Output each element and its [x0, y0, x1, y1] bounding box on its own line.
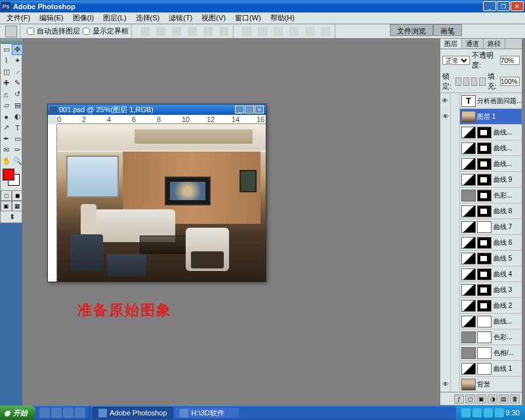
visibility-toggle[interactable]: 👁 — [440, 93, 451, 109]
link-cell[interactable] — [451, 314, 460, 329]
color-swatch[interactable] — [1, 167, 22, 190]
visibility-toggle[interactable] — [440, 329, 451, 345]
document-titlebar[interactable]: 001.psd @ 25%(图层 1,RGB) _ □ ✕ — [48, 104, 266, 115]
jump-to-imageready[interactable]: ⬍ — [1, 211, 23, 222]
menu-item[interactable]: 编辑(E) — [35, 12, 68, 24]
blend-mode-select[interactable]: 正常 — [442, 56, 470, 65]
menu-item[interactable]: 图像(I) — [69, 12, 98, 24]
visibility-toggle[interactable] — [440, 345, 451, 361]
visibility-toggle[interactable] — [440, 298, 451, 314]
layer-mask-thumbnail[interactable] — [477, 237, 492, 249]
layer-thumbnail[interactable] — [461, 316, 476, 327]
link-cell[interactable] — [451, 156, 460, 172]
maximize-button[interactable]: ❐ — [497, 1, 510, 11]
layer-row[interactable]: 曲线... — [440, 125, 522, 140]
menu-item[interactable]: 帮助(H) — [266, 12, 299, 24]
task-button[interactable]: H:\3D软件 — [174, 407, 240, 419]
screen-mode-icon[interactable]: ▣ — [1, 201, 12, 211]
layer-mask-thumbnail[interactable] — [477, 268, 492, 280]
fill-input[interactable] — [500, 77, 520, 86]
dodge-tool[interactable]: ◐ — [12, 111, 23, 122]
show-bounds-checkbox[interactable] — [83, 28, 90, 35]
auto-select-checkbox[interactable] — [27, 28, 34, 35]
align-icon[interactable] — [219, 27, 228, 36]
link-cell[interactable] — [451, 188, 460, 203]
layer-name[interactable]: 曲线 6 — [494, 238, 512, 247]
layer-mask-thumbnail[interactable] — [477, 284, 492, 296]
link-cell[interactable] — [451, 125, 460, 140]
move-tool[interactable]: ✥ — [12, 44, 23, 55]
brush-tool[interactable]: ✎ — [12, 77, 23, 89]
zoom-tool[interactable]: 🔍 — [12, 156, 23, 167]
tray-icon[interactable] — [461, 408, 471, 417]
foreground-color[interactable] — [3, 169, 14, 180]
visibility-toggle[interactable]: 👁 — [440, 377, 451, 392]
layer-style-icon[interactable]: ƒ — [454, 394, 464, 404]
tab-brushes[interactable]: 画笔 — [433, 24, 462, 36]
canvas[interactable] — [57, 124, 266, 282]
visibility-toggle[interactable] — [440, 172, 451, 188]
standard-mode-icon[interactable]: ◻ — [1, 190, 12, 201]
align-icon[interactable] — [156, 27, 165, 36]
eyedropper-tool[interactable]: ✑ — [12, 144, 23, 156]
layer-thumbnail[interactable] — [461, 331, 476, 343]
menu-item[interactable]: 文件(F) — [3, 12, 34, 24]
lasso-tool[interactable]: ⌇ — [1, 55, 12, 66]
layer-thumbnail[interactable] — [461, 300, 476, 312]
menu-item[interactable]: 图层(L) — [99, 12, 130, 24]
layer-thumbnail[interactable] — [461, 253, 476, 264]
visibility-toggle[interactable] — [440, 235, 451, 251]
layer-row[interactable]: 色彩... — [440, 329, 522, 345]
notes-tool[interactable]: ✉ — [1, 144, 12, 156]
hand-tool[interactable]: ✋ — [1, 156, 12, 167]
tab-channels[interactable]: 通道 — [462, 39, 484, 49]
layer-thumbnail[interactable] — [461, 127, 476, 138]
wand-tool[interactable]: ✦ — [12, 55, 23, 66]
layer-mask-thumbnail[interactable] — [477, 300, 492, 312]
link-cell[interactable] — [451, 219, 460, 235]
shape-tool[interactable]: ▭ — [12, 133, 23, 144]
layer-mask-thumbnail[interactable] — [477, 363, 492, 375]
layer-name[interactable]: 曲线... — [494, 317, 512, 326]
visibility-toggle[interactable] — [440, 140, 451, 156]
link-cell[interactable] — [451, 282, 460, 298]
layer-row[interactable]: 曲线... — [440, 156, 522, 172]
layer-thumbnail[interactable] — [461, 347, 476, 359]
layer-name[interactable]: 色彩... — [494, 333, 512, 342]
delete-layer-icon[interactable]: 🗑 — [510, 394, 520, 404]
layer-name[interactable]: 色相/... — [494, 348, 514, 358]
layer-thumbnail[interactable] — [461, 158, 476, 170]
layer-name[interactable]: 曲线... — [494, 159, 512, 169]
layer-name[interactable]: 曲线 9 — [494, 175, 512, 184]
layer-set-icon[interactable]: ▣ — [476, 394, 486, 404]
layer-name[interactable]: 曲线 3 — [494, 285, 512, 295]
layer-name[interactable]: 曲线... — [494, 128, 512, 137]
ql-icon[interactable] — [75, 408, 85, 418]
layer-thumbnail[interactable] — [461, 221, 476, 233]
layer-mask-thumbnail[interactable] — [477, 174, 492, 186]
link-cell[interactable] — [451, 109, 460, 125]
layer-thumbnail[interactable] — [461, 237, 476, 249]
new-layer-icon[interactable]: ▤ — [499, 394, 509, 404]
link-cell[interactable] — [451, 298, 460, 314]
link-cell[interactable] — [451, 377, 460, 392]
start-button[interactable]: ◉开始 — [0, 406, 35, 420]
history-brush-tool[interactable]: ↺ — [12, 89, 23, 100]
layer-row[interactable]: 色彩... — [440, 188, 522, 203]
layer-row[interactable]: 曲线 1 — [440, 361, 522, 377]
heal-tool[interactable]: ✚ — [1, 77, 12, 89]
type-tool[interactable]: T — [12, 122, 23, 133]
layer-name[interactable]: 图层 1 — [477, 112, 495, 121]
link-cell[interactable] — [451, 361, 460, 377]
ql-icon[interactable] — [39, 408, 50, 418]
link-cell[interactable] — [451, 235, 460, 251]
tab-file-browser[interactable]: 文件浏览 — [390, 24, 433, 36]
visibility-toggle[interactable] — [440, 282, 451, 298]
screen-mode-icon[interactable]: ▦ — [12, 201, 23, 211]
layer-row[interactable]: 色相/... — [440, 345, 522, 361]
layer-list[interactable]: 👁T分析画面问题...👁图层 1曲线...曲线...曲线...曲线 9色彩...… — [440, 93, 522, 392]
doc-minimize-button[interactable]: _ — [235, 106, 244, 114]
visibility-toggle[interactable] — [440, 314, 451, 329]
layer-row[interactable]: 曲线 8 — [440, 203, 522, 219]
lock-transparency-icon[interactable] — [455, 77, 461, 86]
